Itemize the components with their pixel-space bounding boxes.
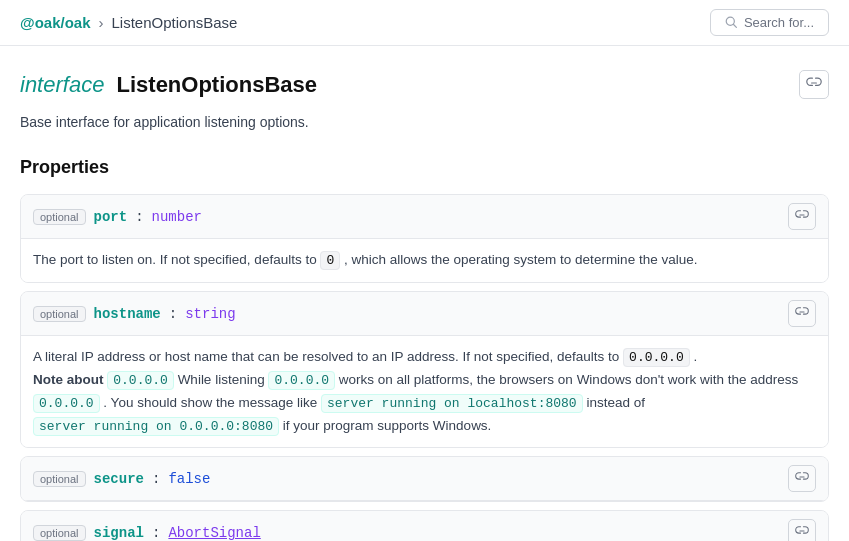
prop-colon-port: : — [135, 209, 143, 225]
copy-port-button[interactable] — [788, 203, 816, 230]
interface-name: ListenOptionsBase — [117, 72, 317, 97]
prop-type-port: number — [152, 209, 202, 225]
property-signal: optional signal : AbortSignal An optiona… — [20, 510, 829, 541]
prop-name-signal: signal — [94, 525, 144, 541]
search-icon — [725, 16, 738, 29]
hostname-desc-dot: . — [693, 349, 697, 364]
hostname-note-instead: server running on 0.0.0.0:8080 if your p… — [33, 418, 491, 433]
prop-type-hostname: string — [185, 306, 235, 322]
copy-link-button[interactable] — [799, 70, 829, 99]
hostname-desc-1: A literal IP address or host name that c… — [33, 349, 623, 364]
link-icon — [795, 524, 809, 538]
search-button[interactable]: Search for... — [710, 9, 829, 36]
search-label: Search for... — [744, 15, 814, 30]
property-port-body: The port to listen on. If not specified,… — [21, 239, 828, 282]
hostname-msg1: server running on localhost:8080 — [321, 394, 583, 413]
page-header: @oak/oak › ListenOptionsBase Search for.… — [0, 0, 849, 46]
prop-type-secure: false — [168, 471, 210, 487]
breadcrumb: @oak/oak › ListenOptionsBase — [20, 14, 237, 31]
copy-hostname-button[interactable] — [788, 300, 816, 327]
svg-line-1 — [733, 25, 736, 28]
hostname-default-value: 0.0.0.0 — [623, 348, 690, 367]
link-icon — [795, 305, 809, 319]
port-default-value: 0 — [320, 251, 340, 270]
property-secure: optional secure : false — [20, 456, 829, 502]
badge-optional-signal: optional — [33, 525, 86, 541]
interface-title-row: interface ListenOptionsBase — [20, 70, 829, 99]
prop-colon-signal: : — [152, 525, 160, 541]
copy-signal-button[interactable] — [788, 519, 816, 541]
property-signal-header: optional signal : AbortSignal — [21, 511, 828, 541]
property-secure-header: optional secure : false — [21, 457, 828, 501]
port-desc-text: The port to listen on. If not specified,… — [33, 252, 320, 267]
link-icon — [795, 208, 809, 222]
prop-colon-secure: : — [152, 471, 160, 487]
property-signal-header-left: optional signal : AbortSignal — [33, 525, 261, 541]
badge-optional-hostname: optional — [33, 306, 86, 322]
hostname-note-addr: 0.0.0.0 — [107, 371, 174, 390]
port-desc-suffix: , which allows the operating system to d… — [344, 252, 697, 267]
interface-keyword: interface — [20, 72, 104, 97]
property-port: optional port : number The port to liste… — [20, 194, 829, 283]
link-icon — [795, 470, 809, 484]
prop-name-hostname: hostname — [94, 306, 161, 322]
prop-name-port: port — [94, 209, 128, 225]
prop-colon-hostname: : — [169, 306, 177, 322]
interface-description: Base interface for application listening… — [20, 111, 829, 133]
prop-name-secure: secure — [94, 471, 144, 487]
hostname-note-addr2: 0.0.0.0 — [268, 371, 335, 390]
property-hostname: optional hostname : string A literal IP … — [20, 291, 829, 448]
properties-heading: Properties — [20, 157, 829, 178]
property-secure-header-left: optional secure : false — [33, 471, 210, 487]
prop-type-signal[interactable]: AbortSignal — [168, 525, 260, 541]
breadcrumb-root-link[interactable]: @oak/oak — [20, 14, 91, 31]
interface-title-text: interface ListenOptionsBase — [20, 72, 317, 98]
property-hostname-header: optional hostname : string — [21, 292, 828, 336]
breadcrumb-current: ListenOptionsBase — [112, 14, 238, 31]
property-hostname-body: A literal IP address or host name that c… — [21, 336, 828, 447]
hostname-msg2: server running on 0.0.0.0:8080 — [33, 417, 279, 436]
property-port-header: optional port : number — [21, 195, 828, 239]
badge-optional-port: optional — [33, 209, 86, 225]
breadcrumb-separator: › — [99, 14, 104, 31]
property-port-header-left: optional port : number — [33, 209, 202, 225]
property-hostname-header-left: optional hostname : string — [33, 306, 236, 322]
badge-optional-secure: optional — [33, 471, 86, 487]
hostname-note-addr3: 0.0.0.0 — [33, 394, 100, 413]
copy-secure-button[interactable] — [788, 465, 816, 492]
link-icon — [806, 75, 822, 91]
hostname-note-label: Note about 0.0.0.0 While listening 0.0.0… — [33, 372, 798, 410]
